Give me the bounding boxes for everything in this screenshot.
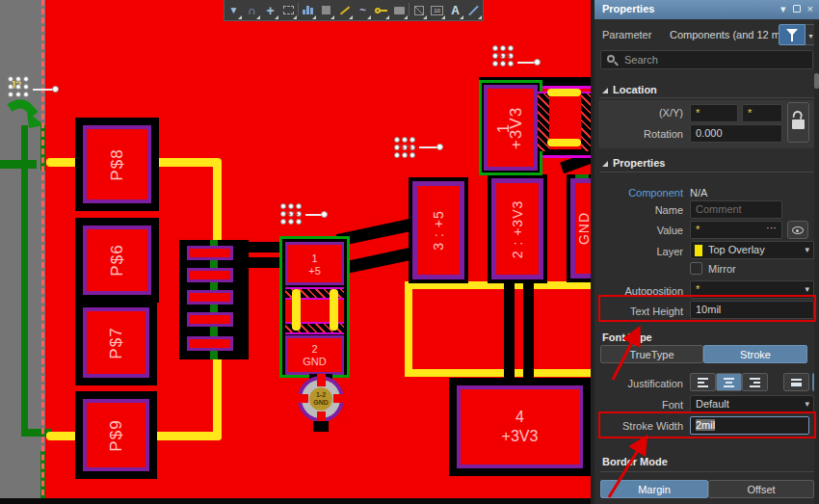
value-field[interactable]: * ··· xyxy=(690,221,782,239)
array-pad[interactable] xyxy=(187,246,233,260)
offset-tab[interactable]: Offset xyxy=(708,480,814,498)
panel-collapse-icon[interactable]: ▾ xyxy=(780,3,786,15)
pad-4-plus3v3[interactable]: 4 +3V3 xyxy=(449,378,591,476)
yellow-bar[interactable] xyxy=(547,139,581,146)
justify-center-button[interactable] xyxy=(716,373,742,391)
justify-left-button[interactable] xyxy=(690,373,716,391)
app-window: P$8 P$6 P$7 P$9 1 +5 xyxy=(0,0,819,504)
black-trace[interactable] xyxy=(504,278,515,382)
name-field[interactable]: Comment xyxy=(690,200,782,219)
green-arrow-icon xyxy=(6,96,44,131)
via-1-2-gnd[interactable]: 1-2 GND xyxy=(309,387,332,411)
margin-tab[interactable]: Margin xyxy=(600,480,708,498)
via-label-1: 1-2 xyxy=(309,391,332,399)
pad-2-plus3v3[interactable]: 2 : +3V3 xyxy=(488,174,547,283)
filter-tool-icon[interactable]: ▼ xyxy=(225,0,243,20)
lock-button[interactable] xyxy=(787,102,809,143)
pad-1-plus3v3[interactable]: 1+3V3 xyxy=(479,80,542,175)
leader-dot[interactable] xyxy=(436,144,443,150)
filter-button[interactable] xyxy=(779,24,806,45)
array-pad[interactable] xyxy=(187,290,233,305)
justify-right-button[interactable] xyxy=(742,373,768,391)
component-center[interactable]: 1 +5 2 GND xyxy=(279,236,350,378)
component-p6[interactable]: P$6 xyxy=(75,218,159,303)
diagonal-box-tool-icon[interactable] xyxy=(410,0,428,20)
yellow-region-outline-bottom[interactable] xyxy=(405,369,594,377)
yellow-trace[interactable] xyxy=(213,353,222,440)
panel-header[interactable]: Properties ▾ × xyxy=(594,0,819,19)
panel-close-icon[interactable]: × xyxy=(807,3,813,15)
via-thermal-slot xyxy=(296,394,308,403)
mirror-checkbox[interactable] xyxy=(690,262,702,275)
line-tool-icon[interactable] xyxy=(464,0,483,20)
yellow-trace[interactable] xyxy=(154,432,222,440)
folder-tool-icon[interactable] xyxy=(390,0,409,20)
collapse-triangle-icon xyxy=(602,161,608,167)
yellow-trace[interactable] xyxy=(46,432,79,440)
leader-dot[interactable] xyxy=(534,59,541,66)
rotation-field[interactable]: 0.000 xyxy=(690,124,782,143)
component-p7[interactable]: P$7 xyxy=(75,300,157,385)
via-label-2: GND xyxy=(309,399,332,407)
vertical-justify-button[interactable] xyxy=(783,373,809,391)
pencil-tool-icon[interactable] xyxy=(335,0,354,20)
scrollbar-thumb[interactable] xyxy=(814,73,819,89)
key-tool-icon[interactable] xyxy=(372,0,390,20)
component-p8[interactable]: P$8 xyxy=(75,118,159,211)
cross-tool-icon[interactable]: + xyxy=(261,0,279,20)
pad-3-plus5[interactable]: 3 : +5 xyxy=(409,177,468,283)
magnet-tool-icon[interactable]: ∩ xyxy=(243,0,261,20)
search-box[interactable]: Search xyxy=(600,50,813,69)
yellow-bar[interactable] xyxy=(547,89,581,96)
component-p9[interactable]: P$9 xyxy=(75,391,157,479)
pad-1-plus5[interactable]: 1 +5 xyxy=(285,242,344,285)
yellow-bar[interactable] xyxy=(292,289,301,331)
yellow-bar[interactable] xyxy=(330,289,338,331)
value-more-button[interactable]: ··· xyxy=(766,222,777,233)
array-pad[interactable] xyxy=(187,336,233,351)
pad-2-net: GND xyxy=(288,356,341,368)
section-location[interactable]: Location xyxy=(602,84,657,95)
component-pad-array[interactable] xyxy=(179,240,249,359)
yellow-trace[interactable] xyxy=(152,158,222,167)
black-trace[interactable] xyxy=(243,257,281,268)
search-placeholder: Search xyxy=(624,54,658,66)
black-trace[interactable] xyxy=(523,278,534,382)
selection-handles[interactable]: ✕✕ xyxy=(280,203,305,225)
component-p8-label: P$8 xyxy=(108,148,127,180)
yellow-trace[interactable] xyxy=(213,160,222,247)
properties-panel: Properties ▾ × Parameter Components (and… xyxy=(594,0,819,504)
layer-dropdown[interactable]: Top Overlay ▾ xyxy=(690,241,814,259)
leader-dot[interactable] xyxy=(321,211,328,218)
wave-tool-icon[interactable]: ~ xyxy=(354,0,372,20)
value-visibility-button[interactable] xyxy=(787,221,808,239)
component-p6-label: P$6 xyxy=(108,244,127,276)
pcb-editor-view[interactable]: P$8 P$6 P$7 P$9 1 +5 xyxy=(0,0,594,504)
ruler-tool-icon[interactable]: 10 xyxy=(428,0,446,20)
array-pad[interactable] xyxy=(187,268,233,282)
selection-handles[interactable]: ✕✕ xyxy=(492,45,517,66)
chart-tool-icon[interactable] xyxy=(299,0,317,20)
section-properties[interactable]: Properties xyxy=(602,157,665,169)
component-link[interactable]: Component xyxy=(604,187,683,199)
x-field[interactable]: * xyxy=(690,104,738,122)
yellow-trace[interactable] xyxy=(46,158,79,167)
font-label: Font xyxy=(604,399,683,411)
truetype-tab[interactable]: TrueType xyxy=(600,345,703,363)
y-field[interactable]: * xyxy=(742,104,782,122)
green-trace-vertical[interactable] xyxy=(21,125,28,436)
name-label: Name xyxy=(604,204,683,216)
selection-handles[interactable] xyxy=(8,76,33,97)
panel-pin-icon[interactable] xyxy=(793,5,801,13)
stroke-tab[interactable]: Stroke xyxy=(703,345,807,363)
selection-handles[interactable]: ✕✕ xyxy=(394,137,419,158)
select-rect-tool-icon[interactable] xyxy=(279,0,298,20)
yellow-region-outline-left[interactable] xyxy=(405,281,412,377)
text-tool-icon[interactable]: A xyxy=(446,0,464,20)
black-trace[interactable] xyxy=(243,242,283,252)
pad-2-gnd[interactable]: 2 GND xyxy=(285,335,344,375)
leader-dot[interactable] xyxy=(52,86,59,93)
region-tool-icon[interactable] xyxy=(317,0,335,20)
array-pad[interactable] xyxy=(187,312,233,327)
green-trace-left[interactable] xyxy=(0,160,37,169)
